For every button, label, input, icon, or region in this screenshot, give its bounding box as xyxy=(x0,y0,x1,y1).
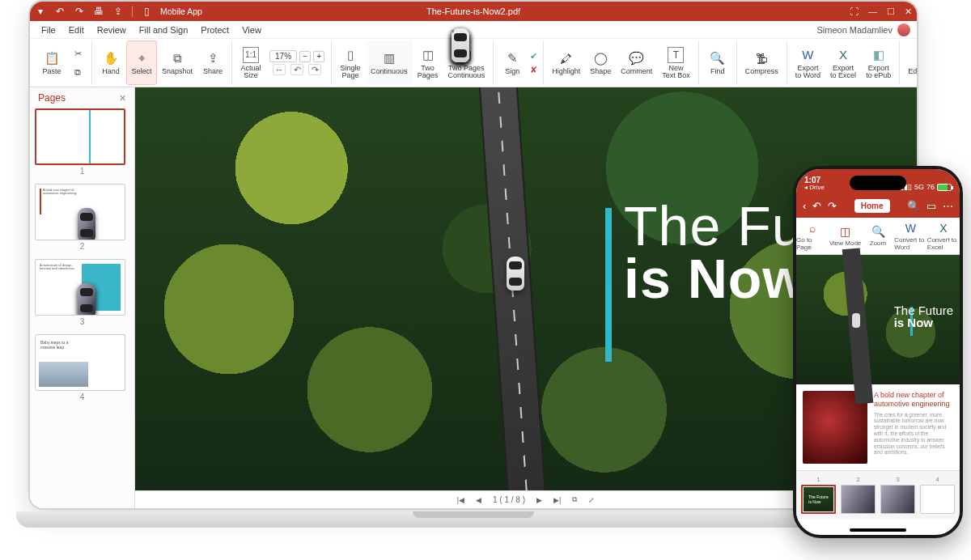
single-page-button[interactable]: ▯Single Page xyxy=(335,40,366,85)
check-icon[interactable]: ✔ xyxy=(530,51,537,62)
export-word-button[interactable]: WExport to Word xyxy=(791,40,825,85)
phone-redo-icon[interactable]: ↷ xyxy=(828,200,837,212)
app-menu-icon[interactable]: ▾ xyxy=(35,6,46,17)
compress-button[interactable]: 🗜Compress xyxy=(740,40,783,85)
phone-home-indicator[interactable] xyxy=(850,528,906,532)
status-back-app[interactable]: Drive xyxy=(809,184,825,191)
shape-button[interactable]: ◯Shape▾ xyxy=(585,40,616,85)
edit-pdf-button[interactable]: ◆Edit PDF xyxy=(903,40,918,85)
zoom-in-button[interactable]: + xyxy=(313,51,324,62)
sidebar-title: Pages xyxy=(38,92,66,104)
phone-thumb-3[interactable]: 3 xyxy=(880,476,915,514)
phone-article-preview[interactable]: A bold new chapter of automotive enginee… xyxy=(796,384,960,470)
mobile-icon[interactable]: ▯ xyxy=(141,6,152,17)
export-epub-button[interactable]: ◧Export to ePub xyxy=(861,40,896,85)
undo-icon[interactable]: ↶ xyxy=(54,6,66,17)
first-page-icon[interactable]: |◀ xyxy=(457,496,464,504)
mobile-app-label[interactable]: Mobile App xyxy=(160,6,202,16)
hero-accent-bar xyxy=(605,208,612,361)
phone-undo-icon[interactable]: ↶ xyxy=(812,200,821,212)
menu-protect[interactable]: Protect▾ xyxy=(194,25,235,35)
phone-article-text: A bold new chapter of automotive enginee… xyxy=(874,391,953,464)
minimize-icon[interactable]: — xyxy=(868,6,877,16)
print-icon[interactable]: 🖶 xyxy=(93,6,104,17)
avatar xyxy=(897,23,910,36)
phone-convert-excel[interactable]: XConvert to Excel xyxy=(927,218,960,254)
phone-zoom[interactable]: 🔍Zoom xyxy=(862,218,894,254)
phone-page-view[interactable]: The Future is Now xyxy=(796,255,960,384)
separator xyxy=(132,6,133,17)
phone-notch xyxy=(850,176,906,190)
share-icon[interactable]: ⇪ xyxy=(112,6,124,17)
expand-icon[interactable]: ⛶ xyxy=(850,6,859,16)
thumbnail-1[interactable]: The Futureis Now 1 xyxy=(35,108,129,180)
cut-icon[interactable]: ✂ xyxy=(70,45,86,62)
new-text-box-button[interactable]: TNew Text Box xyxy=(657,40,695,85)
menubar: File Edit▾ Review▾ Fill and Sign▾ Protec… xyxy=(30,21,917,39)
phone-article-title: A bold new chapter of automotive enginee… xyxy=(874,391,953,409)
phone-more-icon[interactable]: ⋯ xyxy=(943,200,953,212)
two-pages-button[interactable]: ◫Two Pages xyxy=(413,40,443,85)
thumbnail-2[interactable]: A bold new chapter of automotive enginee… xyxy=(35,184,129,256)
phone-thumb-2[interactable]: 2 xyxy=(841,476,876,514)
export-excel-button[interactable]: XExport to Excel xyxy=(825,40,861,85)
copy-icon[interactable]: ⧉ xyxy=(70,64,86,80)
comment-button[interactable]: 💬Comment xyxy=(616,40,657,85)
zoom-value[interactable]: 17% xyxy=(269,50,297,62)
maximize-icon[interactable]: ☐ xyxy=(887,6,895,17)
paste-button[interactable]: 📋Paste▾ xyxy=(36,40,67,85)
phone-convert-word[interactable]: WConvert to Word xyxy=(894,218,926,254)
cross-icon[interactable]: ✘ xyxy=(530,65,537,75)
fit-width-icon[interactable]: ↔ xyxy=(273,64,286,75)
select-tool[interactable]: ⌖Select xyxy=(126,40,157,85)
phone-toolbar: ‹ ↶ ↷ Home▾ 🔍 ▭ ⋯ xyxy=(796,193,960,218)
menu-fill-sign[interactable]: Fill and Sign▾ xyxy=(133,25,195,35)
battery-pct: 76 xyxy=(926,183,935,191)
zoom-out-button[interactable]: − xyxy=(299,51,311,62)
find-button[interactable]: 🔍Find xyxy=(702,40,733,85)
ribbon: 📋Paste▾ ✂ ⧉ ✋Hand ⌖Select ⧉Snapshot ⇪Sha… xyxy=(30,39,917,87)
page-indicator: 1 ( 1 / 8 ) xyxy=(493,495,525,504)
menu-view[interactable]: View▾ xyxy=(235,25,268,35)
redo-icon[interactable]: ↷ xyxy=(74,6,85,17)
sidebar-close-icon[interactable]: ✕ xyxy=(119,93,126,104)
fullscreen-icon[interactable]: ⤢ xyxy=(588,496,595,504)
actual-size-button[interactable]: 1:1Actual Size xyxy=(235,40,266,85)
snapshot-tool[interactable]: ⧉Snapshot xyxy=(157,40,197,85)
menu-review[interactable]: Review▾ xyxy=(91,25,133,35)
phone-article-body: The cries for a greener, more sustainabl… xyxy=(874,412,953,456)
close-icon[interactable]: ✕ xyxy=(905,6,912,17)
car-graphic xyxy=(507,257,524,291)
rotate-right-icon[interactable]: ↷ xyxy=(308,64,321,75)
share-button[interactable]: ⇪Share▾ xyxy=(197,40,228,85)
sidebar-header: Pages ✕ xyxy=(30,87,134,108)
phone-goto-page[interactable]: ⌕Go to Page xyxy=(796,218,829,254)
next-page-icon[interactable]: ▶ xyxy=(536,496,542,504)
phone-back-icon[interactable]: ‹ xyxy=(803,200,806,212)
thumbnail-4[interactable]: Baby steps to a massive leap 4 xyxy=(35,334,129,406)
pages-sidebar: Pages ✕ The Futureis Now 1 A bold new ch… xyxy=(30,87,135,508)
titlebar: ▾ ↶ ↷ 🖶 ⇪ ▯ Mobile App The-Future-is-Now… xyxy=(30,2,917,21)
menu-file[interactable]: File xyxy=(35,25,62,35)
page-options-icon[interactable]: ⧉ xyxy=(572,495,577,504)
thumbnail-3[interactable]: A triumvirate of design, function and cl… xyxy=(35,259,129,331)
zoom-control: 17% − + ↔ ↶ ↷ xyxy=(266,40,328,85)
sign-button[interactable]: ✎Sign▾ xyxy=(497,40,528,85)
phone-thumb-4[interactable]: 4 xyxy=(920,476,955,514)
laptop-screen: ▾ ↶ ↷ 🖶 ⇪ ▯ Mobile App The-Future-is-Now… xyxy=(28,0,918,510)
battery-icon xyxy=(937,184,952,191)
menu-edit[interactable]: Edit▾ xyxy=(62,25,91,35)
network-label: 5G xyxy=(914,183,924,191)
phone-thumbnail-strip: 1The Futureis Now 2 3 4 xyxy=(796,470,960,519)
last-page-icon[interactable]: ▶| xyxy=(553,496,561,504)
phone-thumb-1[interactable]: 1The Futureis Now xyxy=(801,476,836,514)
prev-page-icon[interactable]: ◀ xyxy=(476,496,481,504)
continuous-button[interactable]: ▥Continuous xyxy=(366,40,413,85)
rotate-left-icon[interactable]: ↶ xyxy=(290,64,303,75)
hand-tool[interactable]: ✋Hand xyxy=(95,40,126,85)
phone-search-icon[interactable]: 🔍 xyxy=(907,200,920,212)
phone-tab-home[interactable]: Home▾ xyxy=(854,199,890,213)
user-account[interactable]: Simeon Madamliev xyxy=(816,23,910,36)
highlight-button[interactable]: 🖍Highlight▾ xyxy=(547,40,585,85)
phone-read-icon[interactable]: ▭ xyxy=(926,200,936,212)
